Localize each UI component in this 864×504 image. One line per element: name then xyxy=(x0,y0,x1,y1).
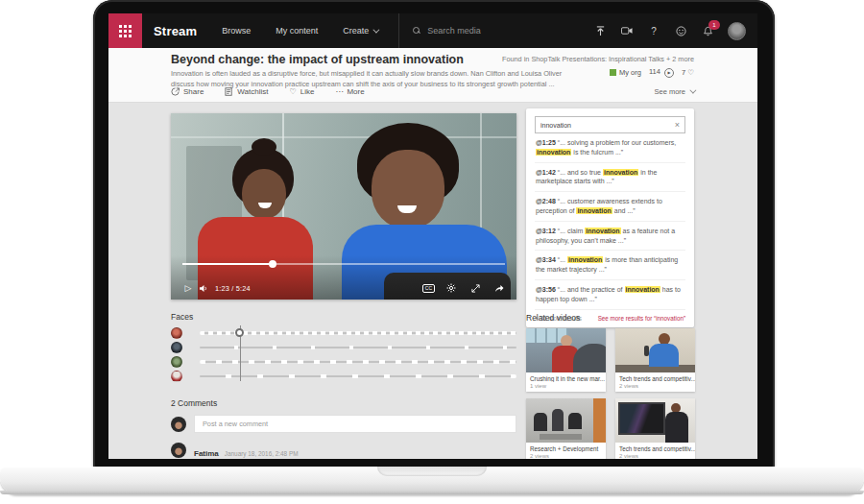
transcript-result[interactable]: @2:48“... customer awareness extends to … xyxy=(535,192,685,222)
feedback-smiley-button[interactable] xyxy=(674,24,687,37)
app-title: Stream xyxy=(154,24,197,38)
transcript-search-panel: × @1:25“... solving a problem for our cu… xyxy=(526,108,694,327)
ellipsis-icon: ⋯ xyxy=(335,87,343,96)
transcript-timestamp[interactable]: @3:34 xyxy=(536,256,556,263)
comment-date: January 18, 2016, 2:48 PM xyxy=(225,450,299,457)
app-launcher-button[interactable] xyxy=(108,13,142,48)
transcript-result[interactable]: @1:42“... and so true innovation in the … xyxy=(535,163,685,193)
transcript-result[interactable]: @3:34“... innovation is more than antici… xyxy=(535,251,685,280)
seek-bar[interactable] xyxy=(182,263,505,265)
comments-title: 2 Comments xyxy=(171,398,516,408)
face-track xyxy=(171,354,516,369)
related-video-views: 2 views xyxy=(526,452,606,459)
related-video-card[interactable]: Tech trends and competitiv... 2 views xyxy=(615,398,695,459)
help-button[interactable]: ? xyxy=(647,24,660,37)
transcript-result[interactable]: @3:56“... and the practice of innovation… xyxy=(535,280,685,310)
related-video-card[interactable]: Crushing it in the new mar... 1 view xyxy=(526,328,606,392)
faces-playhead-marker[interactable] xyxy=(235,328,244,337)
related-video-title[interactable]: Tech trends and competitiv... xyxy=(615,372,695,382)
transcript-timestamp[interactable]: @1:42 xyxy=(536,169,556,176)
action-bar: Share Watchlist ♡ Like ⋯ More xyxy=(171,87,365,96)
transcript-timestamp[interactable]: @3:12 xyxy=(536,228,556,234)
chevron-down-icon xyxy=(373,27,380,34)
more-button[interactable]: ⋯ More xyxy=(335,87,364,96)
face-avatar[interactable] xyxy=(171,371,182,382)
volume-button[interactable] xyxy=(196,281,211,295)
transcript-timestamp[interactable]: @3:56 xyxy=(536,286,556,293)
transcript-result[interactable]: @3:12“... claim innovation as a feature … xyxy=(535,222,685,252)
views-play-icon: ▶ xyxy=(664,68,674,78)
new-comment-input[interactable] xyxy=(194,415,516,433)
share-video-button[interactable] xyxy=(492,281,507,295)
face-avatar[interactable] xyxy=(171,342,182,353)
commenter-name[interactable]: Fatima xyxy=(194,449,219,458)
camera-button[interactable] xyxy=(620,24,634,37)
user-avatar[interactable] xyxy=(728,22,746,40)
fullscreen-button[interactable] xyxy=(468,281,483,295)
close-icon[interactable]: × xyxy=(675,121,680,130)
watchlist-button[interactable]: Watchlist xyxy=(225,87,268,96)
chevron-down-icon xyxy=(689,87,696,94)
related-video-card[interactable]: Tech trends and competitiv... 2 views xyxy=(615,328,695,392)
current-user-avatar xyxy=(171,417,186,432)
related-videos-title: Related videos xyxy=(526,313,695,323)
nav-browse[interactable]: Browse xyxy=(222,26,251,36)
related-video-card[interactable]: Research + Development 2 views xyxy=(526,398,606,459)
view-count: 114 ▶ xyxy=(649,67,674,78)
search-media-box[interactable]: Search media xyxy=(398,13,582,48)
notifications-button[interactable]: 1 xyxy=(701,24,714,37)
face-avatar[interactable] xyxy=(171,356,182,368)
transcript-highlight: innovation xyxy=(567,256,603,263)
like-button[interactable]: ♡ Like xyxy=(290,87,315,96)
main-content: ▷ 1:23 / 5:24 CC xyxy=(108,102,757,459)
upload-button[interactable] xyxy=(593,24,607,37)
face-track xyxy=(171,325,516,340)
transcript-search-box[interactable]: × xyxy=(535,116,685,133)
see-more-toggle[interactable]: See more xyxy=(654,87,694,96)
laptop-base xyxy=(0,467,864,494)
related-video-title[interactable]: Tech trends and competitiv... xyxy=(615,443,695,452)
face-timeline[interactable] xyxy=(200,375,516,377)
nav-create[interactable]: Create xyxy=(343,26,377,36)
related-video-title[interactable]: Crushing it in the new mar... xyxy=(526,372,606,382)
related-video-thumbnail[interactable] xyxy=(615,328,695,372)
play-button[interactable]: ▷ xyxy=(180,281,196,295)
nav-my-content[interactable]: My content xyxy=(276,26,318,36)
settings-button[interactable] xyxy=(444,281,459,295)
transcript-result[interactable]: @1:25“... solving a problem for our cust… xyxy=(535,133,685,163)
face-timeline[interactable] xyxy=(200,347,516,348)
face-avatar[interactable] xyxy=(171,327,182,339)
faces-section: Faces xyxy=(171,312,516,383)
transcript-timestamp[interactable]: @1:25 xyxy=(536,139,556,146)
video-player[interactable]: ▷ 1:23 / 5:24 CC xyxy=(171,113,516,300)
waffle-icon xyxy=(119,25,132,37)
transcript-highlight: innovation xyxy=(625,286,660,293)
notification-badge: 1 xyxy=(708,20,720,30)
player-controls: ▷ 1:23 / 5:24 CC xyxy=(171,255,516,300)
transcript-timestamp[interactable]: @2:48 xyxy=(536,198,556,204)
share-button[interactable]: Share xyxy=(171,87,204,96)
search-icon xyxy=(413,27,420,35)
related-video-thumbnail[interactable] xyxy=(526,398,606,443)
face-timeline[interactable] xyxy=(200,332,516,334)
related-video-title[interactable]: Research + Development xyxy=(526,443,606,452)
related-video-thumbnail[interactable] xyxy=(526,328,606,372)
video-progress-played xyxy=(182,263,273,265)
privacy-label: My org xyxy=(610,68,641,77)
app-screen: Stream Browse My content Create Search m… xyxy=(108,13,757,459)
found-in-channels[interactable]: Found in ShopTalk Presentations: Inspira… xyxy=(502,55,694,63)
seek-handle[interactable] xyxy=(269,260,276,268)
closed-captions-button[interactable]: CC xyxy=(422,284,435,293)
watchlist-icon xyxy=(225,87,233,96)
related-video-thumbnail[interactable] xyxy=(615,398,695,443)
video-header: Beyond change: the impact of upstream in… xyxy=(108,48,757,103)
transcript-highlight: innovation xyxy=(536,149,571,156)
face-track xyxy=(171,369,516,383)
commenter-avatar xyxy=(171,443,186,458)
transcript-highlight: innovation xyxy=(603,169,638,176)
laptop-lid-notch xyxy=(377,467,487,476)
face-timeline[interactable] xyxy=(200,361,516,363)
transcript-search-input[interactable] xyxy=(540,122,675,129)
faces-title: Faces xyxy=(171,312,516,322)
transcript-highlight: innovation xyxy=(576,207,612,214)
